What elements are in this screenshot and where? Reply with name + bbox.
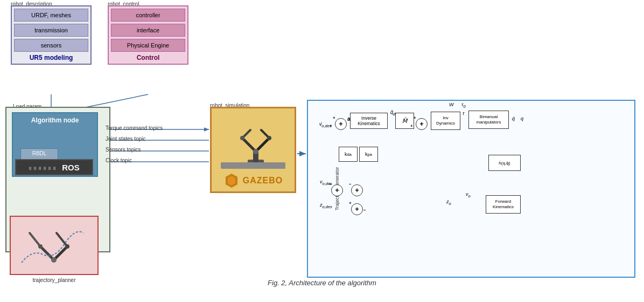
ur5-transmission-item: transmission <box>14 24 88 37</box>
robot-control-box: controller interface Physical Engine Con… <box>108 5 188 65</box>
algo-node-title: Algorithm node <box>13 113 97 125</box>
joint-states-label: Joint states topic <box>106 136 145 142</box>
traj-planner-svg <box>11 217 94 271</box>
sum2-plus-top: + <box>414 115 416 120</box>
forward-kinematics-block: ForwardKinematics <box>486 195 521 214</box>
figure-caption: Fig. 2, Architecture of the algorithm <box>0 279 644 287</box>
v-o-label: vo <box>466 191 471 198</box>
rc-controller-item: controller <box>111 9 185 22</box>
ur5-modeling-box: URDF, meshes transmission sensors UR5 mo… <box>11 5 92 65</box>
rc-interface-item: interface <box>111 24 185 37</box>
ros-box: ⠿⠿⠿⠿⠿⠿ ROS <box>15 159 93 175</box>
tau0-label: τ0 <box>461 102 466 109</box>
tau-label: τ <box>463 111 464 116</box>
gazebo-area: GAZEBO <box>213 170 293 191</box>
control-diagram-box: Trajectory generator v̇o,des + + + a Inv… <box>307 100 635 278</box>
robot-arm-svg <box>221 127 285 173</box>
ur5-urdf-item: URDF, meshes <box>14 9 88 22</box>
torque-cmd-label: Torque command topics <box>106 125 163 131</box>
bimanual-block: Bimanualmanipulators <box>468 111 509 129</box>
k-da-block: kda <box>339 147 358 162</box>
q-dot-output: q̇ <box>512 116 515 121</box>
svg-point-56 <box>65 244 69 249</box>
svg-line-39 <box>242 138 256 152</box>
q-output: q <box>521 116 523 121</box>
svg-rect-46 <box>221 162 285 169</box>
W-label: W <box>449 102 454 107</box>
ur5-footer-label: UR5 modeling <box>14 54 88 61</box>
sum-circle-4: + <box>351 184 363 196</box>
sum5-plus: + <box>349 201 352 205</box>
sum-circle-2: + <box>416 118 428 130</box>
clock-topic-label: Clock topic <box>106 157 132 163</box>
svg-point-45 <box>267 136 271 140</box>
sum-circle-3: + <box>331 184 343 196</box>
sum1-plus-top: + <box>333 115 335 120</box>
ur5-sensors-item: sensors <box>14 39 88 52</box>
z-o-label: zo <box>446 199 451 206</box>
sum5-minus: − <box>363 208 366 212</box>
svg-line-41 <box>256 138 269 152</box>
rc-footer-label: Control <box>111 54 185 61</box>
main-container: robot_description URDF, meshes transmiss… <box>0 0 644 291</box>
svg-point-43 <box>253 149 258 154</box>
sum1-plus-left: + <box>330 123 332 128</box>
sum-circle-1: + <box>335 118 347 130</box>
gazebo-icon <box>223 173 240 189</box>
inv-dynamics-block: Inv Dynamics <box>431 112 460 130</box>
trajectory-planner-box <box>10 216 99 275</box>
svg-point-54 <box>51 257 57 263</box>
gazebo-text: GAZEBO <box>243 176 283 186</box>
sum-circle-5: + <box>351 203 363 215</box>
h-hat-block: ĥ(q,q̇) <box>488 155 521 171</box>
ros-dots: ⠿⠿⠿⠿⠿⠿ <box>29 167 58 171</box>
k-pa-block: kpa <box>359 147 378 162</box>
v-o-des-label: vo,des <box>320 179 332 186</box>
svg-point-44 <box>240 136 244 140</box>
sensors-topics-label: Sensors topics <box>106 147 141 153</box>
ros-text: ROS <box>62 163 80 172</box>
sum2-plus-left: + <box>410 123 413 128</box>
sum4-minus: − <box>349 182 352 187</box>
z-o-des-label: zo,des <box>320 202 332 209</box>
svg-point-55 <box>38 244 43 249</box>
rc-physics-item: Physical Engine <box>111 39 185 52</box>
inverse-kinematics-block: Inverse Kinematics <box>350 113 388 129</box>
